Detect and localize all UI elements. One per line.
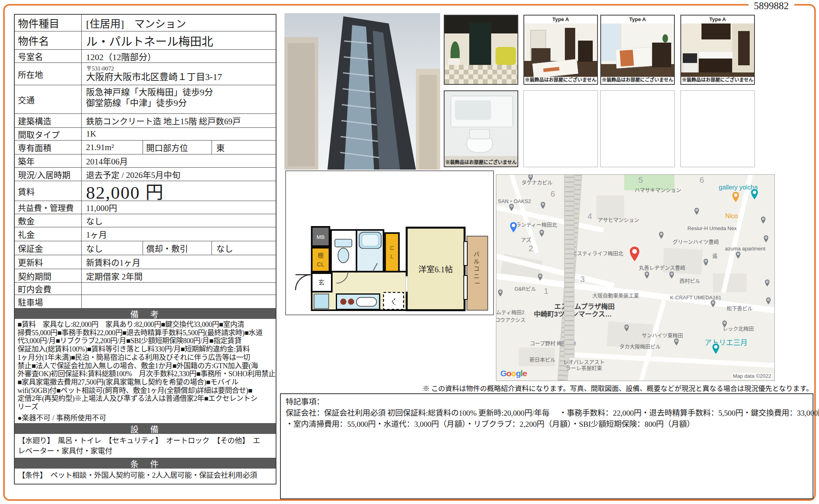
equipment-line: レベーター・家具付・家電付: [18, 446, 272, 456]
row-label: 共益費・管理費: [15, 201, 82, 214]
row-label: 物件名: [15, 31, 82, 49]
map-label: コウアクシス: [496, 315, 525, 323]
table-row: 礼金 1ヶ月: [15, 227, 276, 241]
map-label: G&Rビル: [514, 284, 536, 292]
remarks-extra: ●楽器不可 / 事務所使用不可: [18, 414, 273, 422]
photo-caption-disclaimer: ※装飾品はお部屋にございません: [445, 158, 517, 165]
row-label-2: 償却・敷引: [143, 241, 212, 255]
row-label: 建築構造: [15, 114, 82, 127]
remarks-line: 1ヶ月分(1年未満)■民泊・簡易宿泊による利用及びそれに伴う広告等は一切: [18, 354, 273, 362]
rent-value: 82,000 円: [82, 181, 276, 201]
table-row: 物件名 ル・パルトネール梅田北: [15, 31, 276, 49]
row-label: 交通: [15, 85, 82, 113]
row-value-2: なし: [212, 241, 276, 255]
equipment-text: 【水廻り】 風呂・トイレ 【セキュリティ】 オートロック 【その他】 エ レベー…: [15, 434, 276, 458]
map-pin: [509, 203, 514, 211]
photo-entrance: [444, 15, 518, 85]
table-row: 交通 阪急神戸線「大阪梅田」徒歩9分 御堂筋線「中津」徒歩9分: [15, 85, 276, 113]
row-value: 1ヶ月: [82, 227, 276, 241]
map-label: グランティー梅田北: [511, 221, 557, 228]
photo-type-a-living: Type A ※装飾品はお部屋にございません: [523, 15, 598, 85]
floorplan-box: MB 棚 CL 玄 C L 洋室6.1帖 バ ル コ ニ ー: [285, 170, 494, 315]
equipment-header: 設 備: [15, 423, 276, 434]
row-label: 物件種目: [15, 15, 82, 31]
map-label: azuma apartment: [725, 246, 765, 252]
table-row: 契約期間 定期借家 2年間: [15, 269, 276, 282]
address: 大阪府大阪市北区豊崎１丁目3-17: [86, 72, 222, 82]
map-pin: [763, 235, 769, 243]
map-pin: [760, 216, 766, 224]
map-pin-highlight: [731, 191, 740, 203]
map-pin-highlight: [629, 246, 640, 262]
table-row: 建築構造 鉄筋コンクリート造 地上15階 総戸数69戸: [15, 113, 276, 127]
location-map: Google Map data ©2022 タケナカビルSAN・OAKS2ハマサ…: [496, 174, 775, 381]
map-disclaimer-note: ※ この資料は物件の概略紹介資料になります。写真、間取図面、設備、概要などが現況…: [423, 383, 813, 393]
photo-caption-disclaimer: ※装飾品はお部屋にございません: [524, 76, 597, 83]
photo-placeholder-empty: [600, 90, 675, 167]
row-value: 〒531-0072 大阪府大阪市北区豊崎１丁目3-17: [82, 63, 276, 85]
row-value: 鉄筋コンクリート造 地上15階 総戸数69戸: [82, 114, 276, 127]
map-pin: [539, 229, 545, 237]
photo-placeholder-empty: [523, 90, 598, 167]
row-value: 1K: [82, 128, 276, 140]
table-row: 号室名 1202（12階部分）: [15, 49, 276, 63]
row-value: なし: [82, 214, 276, 227]
row-value: ル・パルトネール梅田北: [82, 31, 276, 49]
row-label: 更新料: [15, 255, 82, 269]
table-row: 駐車場: [15, 295, 276, 308]
photo-bathroom: ※装飾品はお部屋にございません: [444, 90, 518, 167]
photo-caption-disclaimer: ※装飾品はお部屋にございません: [601, 76, 674, 83]
map-label: JR京都線: [564, 174, 574, 358]
row-value: 2014年06月: [82, 154, 276, 167]
floorplan-label-mb: MB: [317, 234, 325, 240]
map-label: グリーンハイツ豊崎: [672, 237, 719, 245]
photo-caption-type: Type A: [681, 16, 754, 22]
building-illustration: [284, 13, 440, 170]
row-label: 間取タイプ: [15, 128, 82, 140]
row-label: 専有面積: [15, 141, 82, 154]
row-value: 21.91m²: [82, 141, 143, 154]
floorplan-label-shelf-cl: CL: [317, 261, 325, 268]
row-label: 礼金: [15, 227, 82, 241]
floorplan-label-genkan: 玄: [318, 279, 325, 286]
map-label: アズ: [521, 235, 531, 243]
floorplan-drawing: MB 棚 CL 玄 C L 洋室6.1帖 バ ル コ ニ ー: [293, 225, 492, 313]
map-label: レオパレスアスト ラーレ茶屋町東: [563, 359, 605, 371]
map-pin: [722, 320, 727, 328]
special-notes-line: 保証会社：保証会社利用必須 初回保証料:総賃料の100% 更新時:20,000円…: [286, 408, 808, 419]
map-label: Nico: [725, 213, 738, 220]
property-table: 物件種目 [住居用] マンション 物件名 ル・パルトネール梅田北 号室名 120…: [14, 14, 276, 484]
photo-caption-type: Type A: [601, 16, 674, 22]
photo-placeholder-empty: [680, 90, 755, 167]
row-value: 阪急神戸線「大阪梅田」徒歩9分 御堂筋線「中津」徒歩9分: [82, 85, 276, 113]
map-label: 1: [544, 287, 548, 296]
map-pin: [766, 297, 771, 305]
map-pin-highlight: [750, 188, 759, 200]
map-pin-highlight: [711, 343, 720, 355]
remarks-line: 保証加入(総賃料100%)■賃料等引き落とし料330円/月■短期解約違約金:賃料: [18, 345, 273, 354]
special-notes-line: ・室内清掃費用：55,000円・水道代：3,000円（月額）・リブクラブ：2,2…: [286, 419, 808, 430]
remarks-line: 代3,000円/月■リブクラブ2,200円/月■SBI少額短期保険800円/月■…: [18, 337, 273, 345]
google-logo: Google: [500, 369, 527, 378]
map-pin: [764, 279, 770, 287]
remarks-line: wifi(50GB)付■ペット相談可(飼育時、敷金1ヶ月(全額償却)詳細は要問合…: [18, 387, 273, 395]
property-flyer-page: 5899882 物件種目 [住居用] マンション 物件名 ル・パルトネール梅田北…: [0, 0, 819, 504]
map-pin: [528, 174, 533, 182]
photo-building-exterior: [284, 13, 440, 170]
equipment-line: 【水廻り】 風呂・トイレ 【セキュリティ】 オートロック 【その他】 エ: [18, 436, 272, 446]
photo-caption-disclaimer: ※装飾品はお部屋にございません: [681, 76, 754, 83]
conditions-text: 【条件】 ペット相談・外国人契約可能・2人入居可能・保証会社利用必須: [15, 469, 276, 484]
map-credit: Map data ©2022: [732, 373, 772, 379]
transit-line: 阪急神戸線「大阪梅田」徒歩9分: [86, 87, 213, 98]
row-label: 築年: [15, 154, 82, 167]
map-pin: [624, 324, 629, 332]
row-value: 定期借家 2年間: [82, 269, 276, 282]
map-label: SAN・OAKS2: [498, 197, 531, 205]
table-row: 町内会費: [15, 282, 276, 295]
remarks-header: 備 考: [15, 308, 276, 319]
map-pin: [498, 289, 503, 297]
map-label: 西村ビル: [680, 277, 700, 284]
map-pin: [694, 207, 699, 215]
table-row: 共益費・管理費 11,000円: [15, 201, 276, 214]
map-pin: [540, 201, 546, 209]
